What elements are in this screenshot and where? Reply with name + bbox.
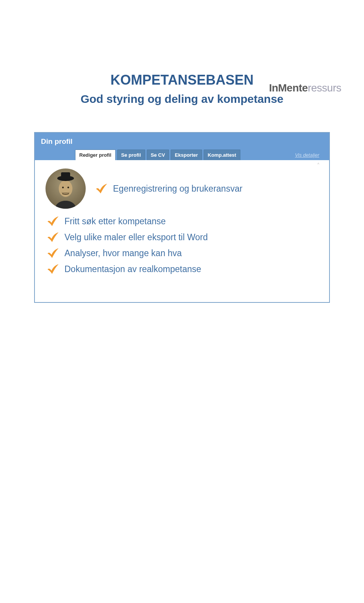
page: InMenteressurs KOMPETANSEBASEN God styri… <box>0 72 364 603</box>
svg-point-5 <box>67 187 69 188</box>
check-icon <box>95 183 108 194</box>
headline-line2: God styring og deling av kompetanse <box>0 93 364 105</box>
list-item: Analyser, hvor mange kan hva <box>46 247 318 259</box>
tab-se-cv[interactable]: Se CV <box>147 150 169 160</box>
panel-title: Din profil <box>41 137 323 146</box>
list-item: Egenregistrering og brukeransvar <box>95 183 242 194</box>
bullet-text: Dokumentasjon av realkompetanse <box>64 264 201 274</box>
avatar-row: Egenregistrering og brukeransvar <box>46 168 318 209</box>
brand-part-in: In <box>269 82 278 94</box>
avatar <box>46 168 86 209</box>
list-item: Velg ulike maler eller eksport til Word <box>46 231 318 243</box>
svg-point-4 <box>62 187 64 188</box>
tab-eksporter[interactable]: Eksporter <box>171 150 202 160</box>
brand-logo: InMenteressurs <box>269 82 341 94</box>
check-icon <box>46 263 59 275</box>
vis-detaljer-link[interactable]: Vis detaljer <box>295 152 319 158</box>
check-icon <box>46 247 59 259</box>
tiny-marker: ^ <box>317 162 320 167</box>
list-item: Dokumentasjon av realkompetanse <box>46 263 318 275</box>
bullet-text: Fritt søk etter kompetanse <box>64 216 166 227</box>
bullet-text: Analyser, hvor mange kan hva <box>64 248 182 258</box>
profile-panel: Din profil Rediger profil Se profil Se C… <box>34 132 330 303</box>
tabs: Rediger profil Se profil Se CV Eksporter… <box>41 150 323 160</box>
svg-rect-3 <box>61 172 70 179</box>
check-icon <box>46 231 59 243</box>
panel-body: ^ <box>35 160 329 302</box>
brand-part-mente: Mente <box>278 82 308 94</box>
tab-rediger-profil[interactable]: Rediger profil <box>75 150 116 160</box>
check-icon <box>46 216 59 227</box>
bullet-text: Egenregistrering og brukeransvar <box>113 184 242 194</box>
tab-se-profil[interactable]: Se profil <box>117 150 145 160</box>
tab-komp-attest[interactable]: Komp.attest <box>204 150 240 160</box>
avatar-portrait-icon <box>46 168 86 209</box>
panel-head: Din profil Rediger profil Se profil Se C… <box>35 133 329 160</box>
list-item: Fritt søk etter kompetanse <box>46 216 318 227</box>
bullet-text: Velg ulike maler eller eksport til Word <box>64 232 208 242</box>
brand-part-ressurs: ressurs <box>308 82 341 94</box>
